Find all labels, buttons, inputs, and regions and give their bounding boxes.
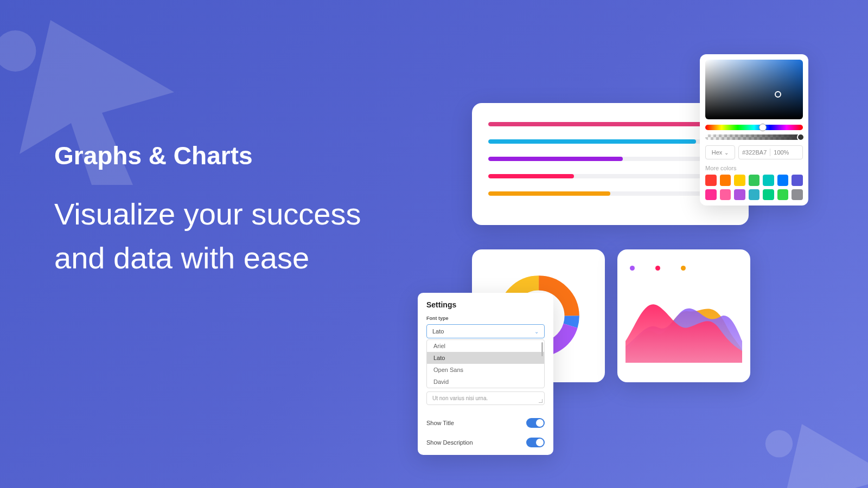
hero-title: Graphs & Charts — [54, 141, 369, 170]
font-option[interactable]: Lato — [427, 352, 544, 364]
bar-track — [488, 174, 732, 178]
color-swatch[interactable] — [720, 175, 731, 186]
toggle-switch[interactable] — [526, 418, 545, 428]
bar-track — [488, 122, 732, 126]
scrollbar[interactable] — [541, 342, 543, 356]
bar-track — [488, 191, 732, 196]
legend — [626, 266, 742, 271]
color-swatch[interactable] — [763, 175, 774, 186]
color-swatch[interactable] — [749, 189, 760, 201]
bar-track — [488, 157, 732, 161]
bar-track — [488, 139, 732, 144]
color-handle[interactable] — [775, 91, 781, 98]
color-swatch[interactable] — [777, 175, 789, 186]
color-swatch[interactable] — [777, 189, 789, 201]
legend-dot — [630, 266, 635, 271]
bar-fill — [488, 191, 610, 196]
toggle-label: Show Title — [426, 420, 454, 426]
saturation-value-box[interactable] — [705, 60, 803, 119]
color-swatch[interactable] — [792, 189, 803, 201]
alpha-thumb[interactable] — [797, 133, 805, 141]
legend-dot — [655, 266, 660, 271]
font-option[interactable]: Ariel — [427, 340, 544, 352]
bar-fill — [488, 157, 623, 161]
settings-title: Settings — [426, 300, 545, 309]
more-colors-label: More colors — [705, 165, 803, 171]
color-swatch[interactable] — [705, 175, 717, 186]
bar-fill — [488, 174, 574, 178]
color-swatch[interactable] — [734, 175, 745, 186]
hue-thumb[interactable] — [759, 124, 767, 131]
hue-slider[interactable] — [705, 125, 803, 130]
color-swatch[interactable] — [720, 189, 731, 201]
hero-section: Graphs & Charts Visualize your success a… — [54, 141, 369, 280]
chevron-down-icon: ⌄ — [534, 329, 539, 335]
font-type-label: Font type — [426, 316, 545, 321]
color-swatch[interactable] — [734, 189, 745, 201]
color-picker-panel: Hex #322BA7 100% More colors — [700, 54, 808, 206]
bar-fill — [488, 139, 696, 144]
cursor-decoration-icon — [749, 401, 868, 488]
font-dropdown: ArielLatoOpen SansDavid — [426, 339, 545, 388]
color-swatch[interactable] — [705, 189, 717, 201]
toggle-switch[interactable] — [526, 438, 545, 447]
font-option[interactable]: David — [427, 376, 544, 388]
font-select[interactable]: Lato ⌄ — [426, 324, 545, 338]
color-swatch[interactable] — [749, 175, 760, 186]
svg-point-0 — [0, 30, 36, 72]
hero-subtitle: Visualize your success and data with eas… — [54, 192, 369, 280]
alpha-slider[interactable] — [705, 134, 803, 140]
legend-dot — [681, 266, 686, 271]
toggle-row: Show Title — [426, 418, 545, 428]
toggle-row: Show Description — [426, 438, 545, 447]
settings-panel: Settings Font type Lato ⌄ ArielLatoOpen … — [418, 293, 553, 455]
font-option[interactable]: Open Sans — [427, 364, 544, 376]
description-textarea[interactable]: Ut non varius nisi urna. — [426, 391, 545, 405]
bar-fill — [488, 122, 732, 126]
area-chart-icon — [626, 276, 742, 363]
color-format-select[interactable]: Hex — [705, 145, 735, 159]
svg-point-1 — [765, 430, 793, 457]
hex-input[interactable]: #322BA7 100% — [738, 145, 803, 159]
toggle-label: Show Description — [426, 439, 473, 446]
color-swatch[interactable] — [763, 189, 774, 201]
area-chart-card — [617, 249, 750, 382]
swatch-grid — [705, 175, 803, 200]
color-swatch[interactable] — [792, 175, 803, 186]
